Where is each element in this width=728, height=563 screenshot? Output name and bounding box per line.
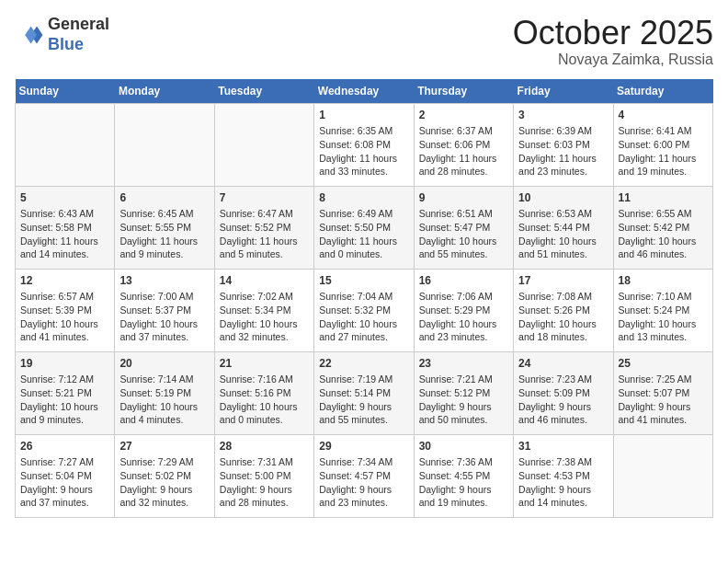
day-number: 6: [119, 190, 209, 206]
day-info: Daylight: 11 hours: [220, 235, 309, 248]
day-number: 21: [220, 356, 309, 372]
day-info: and 55 minutes.: [419, 247, 508, 261]
day-number: 17: [518, 273, 608, 289]
logo-general: General: [48, 15, 109, 35]
day-info: Daylight: 11 hours: [319, 235, 408, 248]
logo-text: General Blue: [48, 15, 109, 54]
day-info: Sunrise: 6:51 AM: [419, 207, 508, 221]
day-info: Sunrise: 7:19 AM: [319, 373, 408, 386]
page-header: General Blue October 2025 Novaya Zaimka,…: [15, 15, 713, 68]
calendar-cell: 15Sunrise: 7:04 AMSunset: 5:32 PMDayligh…: [314, 269, 414, 351]
day-info: Sunrise: 7:02 AM: [220, 290, 309, 304]
calendar-cell: 29Sunrise: 7:34 AMSunset: 4:57 PMDayligh…: [314, 434, 414, 517]
day-info: Sunrise: 6:47 AM: [220, 207, 309, 221]
calendar-cell: 9Sunrise: 6:51 AMSunset: 5:47 PMDaylight…: [414, 186, 513, 269]
day-info: Sunset: 4:57 PM: [319, 469, 408, 483]
day-info: and 51 minutes.: [518, 247, 608, 261]
day-number: 10: [518, 190, 608, 206]
title-block: October 2025 Novaya Zaimka, Russia: [513, 15, 713, 68]
day-info: Sunrise: 7:36 AM: [419, 455, 508, 469]
calendar-cell: 10Sunrise: 6:53 AMSunset: 5:44 PMDayligh…: [514, 186, 613, 269]
day-info: Daylight: 10 hours: [518, 317, 608, 331]
day-number: 3: [518, 108, 608, 123]
day-info: Daylight: 11 hours: [518, 152, 608, 166]
calendar-cell: 24Sunrise: 7:23 AMSunset: 5:09 PMDayligh…: [514, 351, 613, 434]
day-info: and 14 minutes.: [518, 496, 608, 510]
day-info: Sunset: 5:44 PM: [518, 221, 608, 235]
day-info: Sunset: 5:21 PM: [20, 386, 109, 400]
day-info: Sunset: 5:14 PM: [319, 386, 408, 400]
day-number: 25: [619, 356, 708, 372]
day-info: and 28 minutes.: [220, 496, 309, 510]
day-info: Sunrise: 7:12 AM: [20, 373, 109, 386]
day-number: 9: [419, 190, 508, 206]
calendar-table: SundayMondayTuesdayWednesdayThursdayFrid…: [15, 79, 713, 518]
day-info: and 32 minutes.: [220, 330, 309, 344]
day-info: Sunset: 5:16 PM: [220, 386, 309, 400]
day-number: 29: [319, 439, 408, 454]
day-info: Daylight: 10 hours: [619, 317, 708, 331]
calendar-header: SundayMondayTuesdayWednesdayThursdayFrid…: [16, 79, 713, 104]
day-number: 20: [119, 356, 209, 372]
day-info: Sunrise: 7:29 AM: [119, 455, 209, 469]
weekday-tuesday: Tuesday: [214, 79, 313, 104]
calendar-body: 1Sunrise: 6:35 AMSunset: 6:08 PMDaylight…: [16, 103, 713, 517]
day-info: and 27 minutes.: [319, 330, 408, 344]
calendar-cell: [613, 434, 712, 517]
day-info: Sunset: 5:42 PM: [619, 221, 708, 235]
calendar-week-5: 26Sunrise: 7:27 AMSunset: 5:04 PMDayligh…: [16, 434, 713, 517]
day-info: Daylight: 11 hours: [419, 152, 508, 166]
day-info: Sunset: 5:50 PM: [319, 221, 408, 235]
day-info: Sunrise: 7:08 AM: [518, 290, 608, 304]
calendar-cell: 13Sunrise: 7:00 AMSunset: 5:37 PMDayligh…: [115, 269, 214, 351]
day-info: Sunset: 5:55 PM: [119, 221, 209, 235]
weekday-header-row: SundayMondayTuesdayWednesdayThursdayFrid…: [16, 79, 713, 104]
calendar-cell: 27Sunrise: 7:29 AMSunset: 5:02 PMDayligh…: [115, 434, 214, 517]
day-info: Daylight: 10 hours: [619, 235, 708, 248]
day-info: Sunset: 5:58 PM: [20, 221, 109, 235]
calendar-week-4: 19Sunrise: 7:12 AMSunset: 5:21 PMDayligh…: [16, 351, 713, 434]
logo: General Blue: [15, 15, 109, 54]
day-info: and 23 minutes.: [419, 330, 508, 344]
day-info: and 13 minutes.: [619, 330, 708, 344]
calendar-cell: 30Sunrise: 7:36 AMSunset: 4:55 PMDayligh…: [414, 434, 513, 517]
day-info: and 19 minutes.: [619, 165, 708, 178]
month-title: October 2025: [513, 15, 713, 52]
day-info: and 23 minutes.: [518, 165, 608, 178]
day-number: 19: [20, 356, 109, 372]
day-info: Daylight: 10 hours: [518, 235, 608, 248]
day-info: Sunset: 5:29 PM: [419, 304, 508, 317]
day-info: and 28 minutes.: [419, 165, 508, 178]
day-info: Sunset: 5:52 PM: [220, 221, 309, 235]
day-info: and 33 minutes.: [319, 165, 408, 178]
calendar-cell: 2Sunrise: 6:37 AMSunset: 6:06 PMDaylight…: [414, 103, 513, 186]
day-info: and 41 minutes.: [619, 413, 708, 427]
calendar-cell: 21Sunrise: 7:16 AMSunset: 5:16 PMDayligh…: [214, 351, 313, 434]
day-info: and 9 minutes.: [20, 413, 109, 427]
calendar-week-3: 12Sunrise: 6:57 AMSunset: 5:39 PMDayligh…: [16, 269, 713, 351]
day-info: Sunset: 6:08 PM: [319, 138, 408, 152]
day-info: and 41 minutes.: [20, 330, 109, 344]
calendar-cell: 7Sunrise: 6:47 AMSunset: 5:52 PMDaylight…: [214, 186, 313, 269]
day-info: and 23 minutes.: [319, 496, 408, 510]
day-info: Sunrise: 7:31 AM: [220, 455, 309, 469]
calendar-week-2: 5Sunrise: 6:43 AMSunset: 5:58 PMDaylight…: [16, 186, 713, 269]
day-info: Sunset: 5:04 PM: [20, 469, 109, 483]
day-info: and 37 minutes.: [119, 330, 209, 344]
weekday-saturday: Saturday: [613, 79, 712, 104]
day-info: Sunset: 5:34 PM: [220, 304, 309, 317]
day-number: 23: [419, 356, 508, 372]
day-info: Daylight: 10 hours: [419, 235, 508, 248]
day-info: Sunset: 4:55 PM: [419, 469, 508, 483]
day-info: Sunrise: 7:38 AM: [518, 455, 608, 469]
calendar-cell: 22Sunrise: 7:19 AMSunset: 5:14 PMDayligh…: [314, 351, 414, 434]
day-number: 15: [319, 273, 408, 289]
day-info: Sunrise: 6:45 AM: [119, 207, 209, 221]
calendar-cell: 4Sunrise: 6:41 AMSunset: 6:00 PMDaylight…: [613, 103, 712, 186]
day-info: Daylight: 9 hours: [518, 400, 608, 414]
calendar-cell: [16, 103, 115, 186]
day-number: 5: [20, 190, 109, 206]
calendar-cell: 12Sunrise: 6:57 AMSunset: 5:39 PMDayligh…: [16, 269, 115, 351]
day-info: Sunset: 5:32 PM: [319, 304, 408, 317]
day-number: 22: [319, 356, 408, 372]
